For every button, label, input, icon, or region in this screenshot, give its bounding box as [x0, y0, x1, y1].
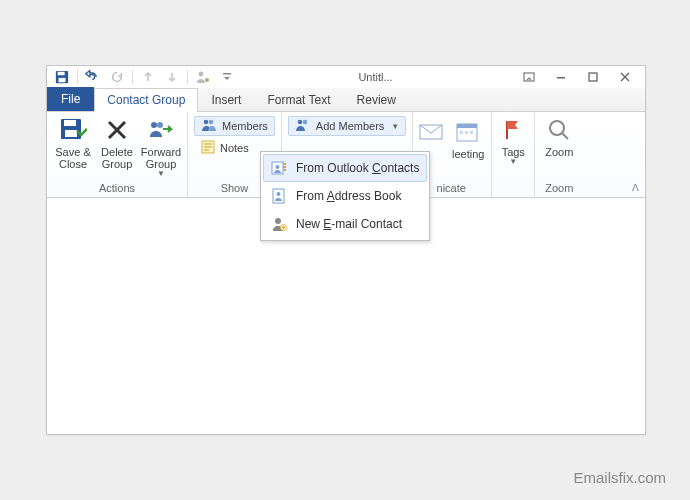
add-members-dropdown: From Outlook Contacts From Address Book …	[260, 151, 430, 241]
svg-point-27	[276, 165, 280, 169]
group-actions: Save & Close Delete Group Forward Group …	[47, 112, 188, 197]
members-icon	[201, 118, 217, 134]
outlook-contacts-icon	[270, 159, 288, 177]
add-members-icon	[295, 118, 311, 134]
ribbon-options-icon[interactable]	[513, 66, 545, 88]
titlebar: Untitl...	[47, 66, 645, 88]
outlook-contact-group-window: Untitl... File Contact Group Insert Form…	[46, 65, 646, 435]
tags-button[interactable]: Tags ▼	[496, 114, 530, 164]
svg-rect-2	[59, 78, 66, 82]
tab-review[interactable]: Review	[344, 87, 409, 111]
flag-icon	[497, 116, 529, 144]
group-tags: Tags ▼	[492, 112, 535, 197]
svg-point-12	[151, 122, 157, 128]
collapse-ribbon-icon[interactable]: ᐱ	[632, 182, 639, 193]
next-icon	[161, 66, 183, 88]
svg-point-17	[298, 120, 303, 125]
address-book-icon	[270, 187, 288, 205]
email-icon	[416, 118, 448, 146]
delete-icon	[101, 116, 133, 144]
chevron-down-icon: ▼	[391, 122, 399, 131]
window-title: Untitl...	[238, 71, 513, 83]
svg-rect-22	[460, 131, 463, 134]
person-status-icon[interactable]	[192, 66, 214, 88]
svg-rect-23	[465, 131, 468, 134]
group-zoom: Zoom Zoom	[535, 112, 583, 197]
add-members-button[interactable]: Add Members ▼	[288, 116, 406, 136]
svg-rect-5	[223, 73, 231, 75]
tab-insert[interactable]: Insert	[198, 87, 254, 111]
zoom-icon	[543, 116, 575, 144]
save-icon[interactable]	[51, 66, 73, 88]
dd-label: From Outlook Contacts	[296, 161, 419, 175]
svg-rect-29	[283, 166, 286, 168]
prev-icon	[137, 66, 159, 88]
new-contact-icon	[270, 215, 288, 233]
svg-rect-7	[557, 77, 565, 79]
minimize-icon[interactable]	[545, 66, 577, 88]
calendar-icon	[452, 118, 484, 146]
meeting-button-partial[interactable]: leeting	[449, 116, 487, 160]
svg-point-32	[277, 192, 281, 196]
dd-from-address-book[interactable]: From Address Book	[263, 182, 427, 210]
delete-group-button[interactable]: Delete Group	[95, 114, 139, 170]
redo-icon[interactable]	[106, 66, 128, 88]
save-close-icon	[57, 116, 89, 144]
file-tab[interactable]: File	[47, 87, 94, 111]
svg-point-14	[204, 120, 209, 125]
svg-rect-8	[589, 73, 597, 81]
svg-point-33	[275, 218, 281, 224]
quick-access-toolbar	[51, 66, 238, 88]
watermark: Emailsfix.com	[573, 469, 666, 486]
chevron-down-icon: ▼	[157, 172, 165, 176]
qat-customize-icon[interactable]	[216, 66, 238, 88]
svg-rect-10	[64, 120, 76, 126]
svg-point-4	[205, 78, 209, 82]
ribbon-tabs: File Contact Group Insert Format Text Re…	[47, 88, 645, 112]
svg-point-25	[550, 121, 564, 135]
svg-rect-1	[58, 72, 65, 76]
save-and-close-button[interactable]: Save & Close	[51, 114, 95, 170]
maximize-icon[interactable]	[577, 66, 609, 88]
members-button[interactable]: Members	[194, 116, 275, 136]
dd-new-email-contact[interactable]: New E-mail Contact	[263, 210, 427, 238]
svg-rect-24	[470, 131, 473, 134]
svg-point-15	[209, 120, 214, 125]
tab-format-text[interactable]: Format Text	[254, 87, 343, 111]
tab-contact-group[interactable]: Contact Group	[94, 88, 198, 112]
forward-group-button[interactable]: Forward Group ▼	[139, 114, 183, 176]
svg-point-18	[303, 120, 308, 125]
dd-label: From Address Book	[296, 189, 401, 203]
svg-rect-6	[524, 73, 534, 81]
svg-point-3	[199, 72, 204, 77]
undo-icon[interactable]	[82, 66, 104, 88]
dd-from-outlook-contacts[interactable]: From Outlook Contacts	[263, 154, 427, 182]
group-label-zoom: Zoom	[539, 180, 579, 196]
chevron-down-icon: ▼	[509, 160, 517, 164]
zoom-button[interactable]: Zoom	[539, 114, 579, 158]
dd-label: New E-mail Contact	[296, 217, 402, 231]
svg-point-13	[157, 122, 163, 128]
notes-icon	[201, 140, 215, 156]
forward-icon	[145, 116, 177, 144]
svg-rect-28	[283, 163, 286, 165]
window-controls	[513, 66, 641, 88]
close-icon[interactable]	[609, 66, 641, 88]
svg-rect-21	[457, 124, 477, 128]
svg-rect-30	[283, 169, 286, 171]
group-label-actions: Actions	[51, 180, 183, 196]
svg-rect-11	[65, 130, 77, 137]
